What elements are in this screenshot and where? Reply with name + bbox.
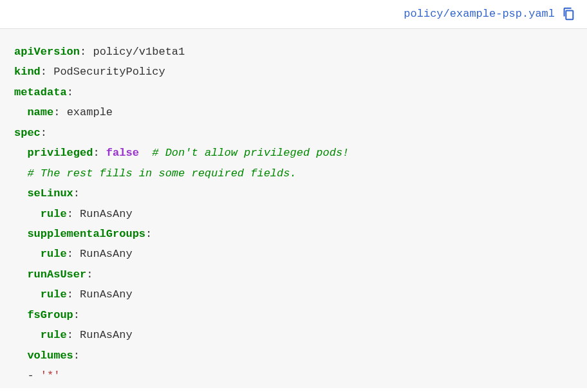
code-line: rule: RunAsAny bbox=[14, 325, 573, 345]
code-line: privileged: false # Don't allow privileg… bbox=[14, 143, 573, 163]
yaml-key: rule bbox=[41, 208, 67, 220]
copy-icon[interactable] bbox=[561, 6, 575, 21]
yaml-key: metadata bbox=[14, 86, 67, 98]
code-line: runAsUser: bbox=[14, 265, 573, 285]
yaml-key: supplementalGroups bbox=[27, 228, 145, 240]
code-line: spec: bbox=[14, 123, 573, 143]
yaml-key: runAsUser bbox=[27, 268, 86, 281]
file-path-link[interactable]: policy/example-psp.yaml bbox=[404, 8, 555, 20]
yaml-comment: # Don't allow privileged pods! bbox=[152, 147, 349, 159]
yaml-comment: # The rest fills in some required fields… bbox=[27, 167, 296, 180]
code-line: rule: RunAsAny bbox=[14, 204, 573, 224]
code-line: rule: RunAsAny bbox=[14, 244, 573, 264]
yaml-key: privileged bbox=[27, 147, 93, 159]
code-line: fsGroup: bbox=[14, 305, 573, 325]
yaml-key: fsGroup bbox=[27, 309, 73, 321]
file-header: policy/example-psp.yaml bbox=[0, 0, 587, 28]
svg-rect-0 bbox=[566, 10, 573, 19]
code-line: metadata: bbox=[14, 82, 573, 102]
yaml-key: volumes bbox=[27, 350, 73, 362]
yaml-value: PodSecurityPolicy bbox=[53, 66, 165, 78]
yaml-key: seLinux bbox=[27, 187, 73, 200]
yaml-value: example bbox=[67, 106, 113, 118]
yaml-value: RunAsAny bbox=[80, 248, 133, 260]
yaml-key: apiVersion bbox=[14, 46, 80, 58]
yaml-boolean: false bbox=[106, 147, 139, 159]
yaml-value: RunAsAny bbox=[80, 329, 133, 341]
code-line: supplementalGroups: bbox=[14, 224, 573, 244]
yaml-value: RunAsAny bbox=[80, 288, 133, 301]
yaml-key: spec bbox=[14, 127, 41, 139]
code-line: volumes: bbox=[14, 346, 573, 366]
yaml-key: rule bbox=[41, 288, 67, 301]
code-line: apiVersion: policy/v1beta1 bbox=[14, 42, 573, 62]
yaml-key: rule bbox=[41, 248, 67, 260]
yaml-code-block: apiVersion: policy/v1beta1 kind: PodSecu… bbox=[0, 28, 587, 388]
yaml-key: kind bbox=[14, 66, 41, 78]
yaml-value: policy/v1beta1 bbox=[93, 46, 185, 58]
yaml-key: rule bbox=[41, 329, 67, 341]
yaml-key: name bbox=[27, 106, 53, 118]
code-line: # The rest fills in some required fields… bbox=[14, 163, 573, 183]
code-line: - '*' bbox=[14, 366, 573, 386]
code-line: rule: RunAsAny bbox=[14, 285, 573, 304]
code-line: seLinux: bbox=[14, 183, 573, 203]
code-line: name: example bbox=[14, 102, 573, 122]
code-line: kind: PodSecurityPolicy bbox=[14, 62, 573, 82]
yaml-value: RunAsAny bbox=[80, 208, 133, 220]
yaml-string: '*' bbox=[41, 369, 61, 382]
